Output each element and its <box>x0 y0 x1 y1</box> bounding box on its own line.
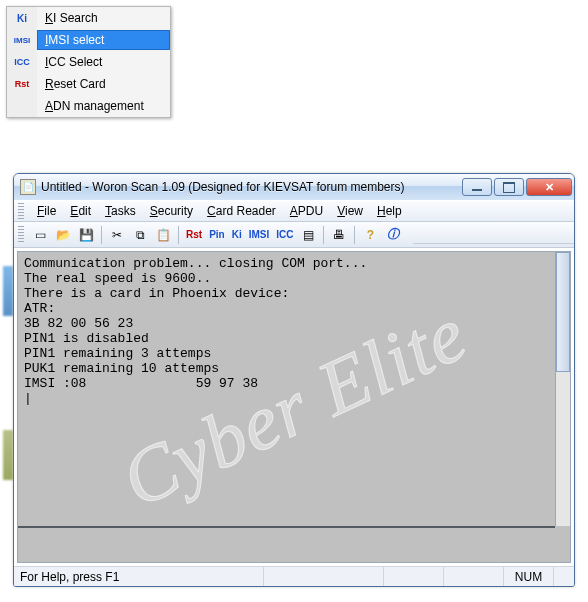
new-button[interactable]: ▭ <box>29 224 51 246</box>
output-pane[interactable]: Communication problem... closing COM por… <box>18 252 570 562</box>
imsi-button[interactable]: IMSI <box>246 224 273 246</box>
status-bar: For Help, press F1 NUM <box>14 566 574 586</box>
icc-button[interactable]: ICC <box>273 224 296 246</box>
status-pane <box>384 567 444 586</box>
separator <box>323 226 324 244</box>
menu-item-label: IMSI select <box>37 30 170 50</box>
menu-item-label: ICC Select <box>37 55 170 69</box>
ki-button[interactable]: Ki <box>229 224 245 246</box>
scissors-icon: ✂ <box>112 228 122 242</box>
menu-item-adn-management[interactable]: ADN management <box>7 95 170 117</box>
document-icon: ▤ <box>303 228 314 242</box>
help-button[interactable]: ? <box>359 224 381 246</box>
reset-icon: Rst <box>7 73 37 95</box>
vertical-scrollbar[interactable] <box>555 252 570 526</box>
menu-help[interactable]: Help <box>370 202 409 220</box>
menu-item-label: ADN management <box>37 99 170 113</box>
status-numlock: NUM <box>504 567 554 586</box>
copy-button[interactable]: ⧉ <box>129 224 151 246</box>
info-button[interactable]: ⓘ <box>382 224 404 246</box>
resize-grip[interactable] <box>554 567 574 586</box>
close-button[interactable] <box>526 178 572 196</box>
question-icon: ? <box>367 228 374 242</box>
printer-icon: 🖶 <box>333 228 345 242</box>
menu-item-reset-card[interactable]: Rst Reset Card <box>7 73 170 95</box>
toolbar-edge <box>413 243 574 244</box>
client-area: Communication problem... closing COM por… <box>17 251 571 563</box>
floppy-icon: 💾 <box>79 228 94 242</box>
separator <box>178 226 179 244</box>
status-pane <box>264 567 384 586</box>
titlebar[interactable]: 📄 Untitled - Woron Scan 1.09 (Designed f… <box>14 174 574 200</box>
cut-button[interactable]: ✂ <box>106 224 128 246</box>
app-window: 📄 Untitled - Woron Scan 1.09 (Designed f… <box>13 173 575 587</box>
copy-icon: ⧉ <box>136 228 145 242</box>
menu-item-label: Reset Card <box>37 77 170 91</box>
background-artifact <box>3 430 13 480</box>
menu-security[interactable]: Security <box>143 202 200 220</box>
reset-button[interactable]: Rst <box>183 224 205 246</box>
window-title: Untitled - Woron Scan 1.09 (Designed for… <box>41 180 460 194</box>
menu-tasks[interactable]: Tasks <box>98 202 143 220</box>
ki-icon: Ki <box>7 7 37 29</box>
status-help-text: For Help, press F1 <box>14 567 264 586</box>
gripper-icon[interactable] <box>18 203 24 219</box>
output-text: Communication problem... closing COM por… <box>18 252 570 410</box>
context-menu: Ki KI Search IMSI IMSI select ICC ICC Se… <box>6 6 171 118</box>
menu-card-reader[interactable]: Card Reader <box>200 202 283 220</box>
menu-apdu[interactable]: APDU <box>283 202 330 220</box>
separator <box>101 226 102 244</box>
menu-item-imsi-select[interactable]: IMSI IMSI select <box>7 29 170 51</box>
paste-button[interactable]: 📋 <box>152 224 174 246</box>
icc-icon: ICC <box>7 51 37 73</box>
input-panel[interactable] <box>18 526 555 562</box>
open-button[interactable]: 📂 <box>52 224 74 246</box>
imsi-icon: IMSI <box>7 29 37 51</box>
pin-button[interactable]: Pin <box>206 224 228 246</box>
paste-icon: 📋 <box>156 228 171 242</box>
toolbar: ▭ 📂 💾 ✂ ⧉ 📋 Rst Pin Ki IMSI ICC ▤ 🖶 ? ⓘ <box>14 222 574 248</box>
menu-view[interactable]: View <box>330 202 370 220</box>
folder-open-icon: 📂 <box>56 228 71 242</box>
menu-file[interactable]: File <box>30 202 63 220</box>
minimize-button[interactable] <box>462 178 492 196</box>
script-button[interactable]: ▤ <box>297 224 319 246</box>
menu-edit[interactable]: Edit <box>63 202 98 220</box>
menu-item-label: KI Search <box>37 11 170 25</box>
menu-item-ki-search[interactable]: Ki KI Search <box>7 7 170 29</box>
gripper-icon[interactable] <box>18 226 24 244</box>
new-file-icon: ▭ <box>35 228 46 242</box>
separator <box>354 226 355 244</box>
status-pane <box>444 567 504 586</box>
menu-item-icc-select[interactable]: ICC ICC Select <box>7 51 170 73</box>
info-icon: ⓘ <box>387 226 399 243</box>
scroll-thumb[interactable] <box>556 252 570 372</box>
save-button[interactable]: 💾 <box>75 224 97 246</box>
print-button[interactable]: 🖶 <box>328 224 350 246</box>
app-icon: 📄 <box>20 179 36 195</box>
menu-bar: File Edit Tasks Security Card Reader APD… <box>14 200 574 222</box>
background-artifact <box>3 266 13 316</box>
maximize-button[interactable] <box>494 178 524 196</box>
blank-icon <box>7 95 37 117</box>
